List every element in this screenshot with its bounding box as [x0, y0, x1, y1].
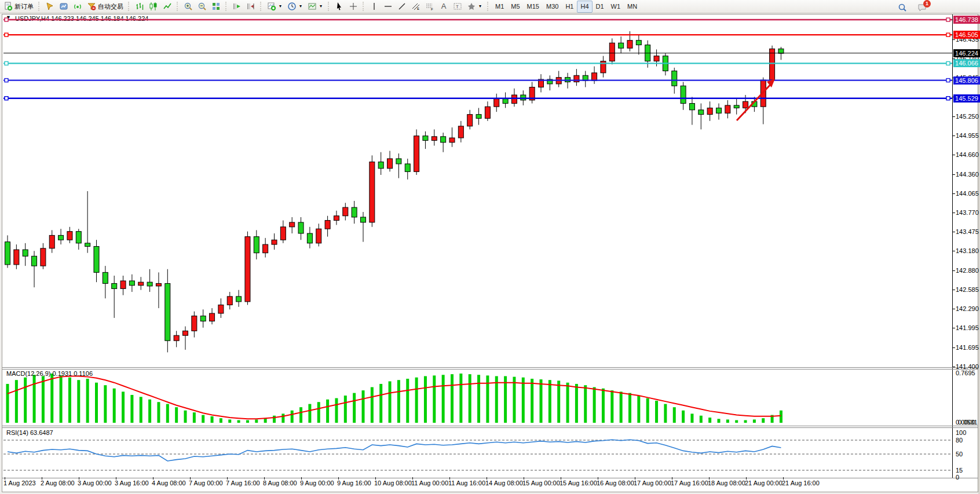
channel-tool-button[interactable]: E	[409, 1, 423, 13]
candle-body	[298, 222, 303, 233]
vertical-line-tool-button[interactable]	[367, 1, 381, 13]
trendline-tool-button[interactable]	[395, 1, 409, 13]
line-handle[interactable]	[946, 33, 950, 36]
svg-text:E: E	[417, 7, 419, 10]
signal-icon	[73, 2, 82, 11]
profiles-icon	[59, 2, 68, 11]
chart-shift-icon	[246, 2, 255, 11]
zoom-in-button[interactable]	[181, 1, 195, 13]
auto-scroll-button[interactable]	[230, 1, 244, 13]
profiles-button[interactable]	[57, 1, 71, 13]
candle-body	[245, 237, 250, 302]
bar-chart-button[interactable]	[133, 1, 147, 13]
candle-body	[263, 244, 268, 253]
candle-body	[778, 49, 784, 53]
macd-histogram-bar	[175, 407, 178, 423]
timeframe-label: H4	[579, 3, 590, 10]
fibonacci-tool-button[interactable]: F	[423, 1, 437, 13]
macd-histogram-bar	[86, 379, 89, 423]
horizontal-line-tool-button[interactable]	[381, 1, 395, 13]
macd-histogram-bar	[762, 418, 765, 423]
timeframe-button-w1[interactable]: W1	[608, 1, 624, 13]
toolbar-separator	[487, 2, 489, 11]
macd-histogram-bar	[246, 420, 249, 423]
timeframe-button-h1[interactable]: H1	[562, 1, 577, 13]
candle-body	[636, 41, 641, 45]
candle-body	[672, 71, 677, 86]
candle-body	[254, 237, 259, 253]
toolbar-separator	[38, 2, 41, 11]
candle-body	[449, 138, 455, 142]
line-handle[interactable]	[946, 79, 950, 82]
signal-button[interactable]	[71, 1, 85, 13]
timeframe-button-m5[interactable]: M5	[507, 1, 523, 13]
equidistant-channel-icon: E	[411, 2, 420, 11]
rsi-axis-label: 0	[956, 474, 959, 481]
macd-histogram-bar	[442, 375, 445, 423]
macd-histogram-bar	[389, 381, 392, 423]
macd-histogram-bar	[628, 393, 631, 423]
templates-button[interactable]: ▾	[305, 1, 326, 13]
macd-histogram-bar	[335, 398, 338, 423]
line-handle[interactable]	[946, 61, 950, 65]
price-level-badge: 145.529	[953, 94, 980, 103]
macd-histogram-bar	[77, 380, 80, 423]
timeframe-label: M1	[494, 3, 505, 10]
line-handle[interactable]	[5, 97, 8, 100]
autotrading-button[interactable]: 自动交易	[85, 1, 126, 13]
tile-windows-button[interactable]	[209, 1, 223, 13]
arrows-tool-button[interactable]: ▾	[465, 1, 485, 13]
text-label-tool-button[interactable]: T	[451, 1, 465, 13]
candle-body	[85, 243, 90, 247]
macd-histogram-bar	[602, 389, 605, 423]
candle-body	[770, 49, 775, 80]
candle-body	[743, 101, 748, 108]
candle-body	[316, 229, 321, 243]
timeframe-button-m30[interactable]: M30	[543, 1, 562, 13]
timeframe-button-m15[interactable]: M15	[524, 1, 543, 13]
periods-button[interactable]: ▾	[285, 1, 305, 13]
chart-shift-button[interactable]	[244, 1, 258, 13]
line-handle[interactable]	[5, 18, 8, 21]
zoom-out-button[interactable]	[195, 1, 209, 13]
trend-arrow[interactable]	[737, 82, 773, 120]
candle-body	[396, 159, 401, 164]
line-handle[interactable]	[946, 18, 950, 21]
chart-canvas[interactable]	[2, 14, 979, 493]
search-button[interactable]	[895, 1, 909, 13]
line-handle[interactable]	[5, 33, 8, 36]
line-chart-icon	[163, 2, 172, 11]
macd-histogram-bar	[273, 416, 276, 423]
macd-histogram-bar	[264, 418, 267, 423]
candlestick-chart-button[interactable]	[147, 1, 160, 13]
timeframe-button-mn[interactable]: MN	[624, 1, 641, 13]
macd-histogram-bar	[451, 374, 454, 423]
macd-histogram-bar	[744, 420, 747, 423]
new-order-button[interactable]: 新订单	[1, 1, 36, 13]
line-handle[interactable]	[5, 61, 8, 65]
candle-body	[76, 232, 81, 243]
chart-window[interactable]: ▼ USDJPY,H4 146.223 146.245 146.184 146.…	[2, 14, 978, 492]
chat-button[interactable]: 1	[915, 1, 929, 13]
macd-histogram-bar	[433, 375, 436, 423]
candle-body	[272, 240, 277, 244]
macd-histogram-bar	[60, 375, 63, 423]
timeframe-button-m1[interactable]: M1	[492, 1, 507, 13]
svg-text:F: F	[431, 8, 433, 11]
line-chart-button[interactable]	[160, 1, 174, 13]
macd-histogram-bar	[708, 418, 711, 423]
candle-body	[405, 164, 410, 171]
line-handle[interactable]	[946, 97, 950, 100]
timeframe-button-d1[interactable]: D1	[593, 1, 608, 13]
macd-histogram-bar	[15, 380, 18, 423]
candle-body	[378, 162, 383, 169]
text-tool-button[interactable]: A	[437, 1, 451, 13]
macd-histogram-bar	[308, 404, 311, 423]
candle-body	[334, 216, 339, 221]
crosshair-tool-button[interactable]	[346, 1, 360, 13]
cursor-tool-button[interactable]	[332, 1, 346, 13]
timeframe-button-h4[interactable]: H4	[577, 1, 592, 13]
indicators-button[interactable]: ▾	[265, 1, 285, 13]
quotes-button[interactable]	[43, 1, 57, 13]
line-handle[interactable]	[5, 79, 8, 82]
